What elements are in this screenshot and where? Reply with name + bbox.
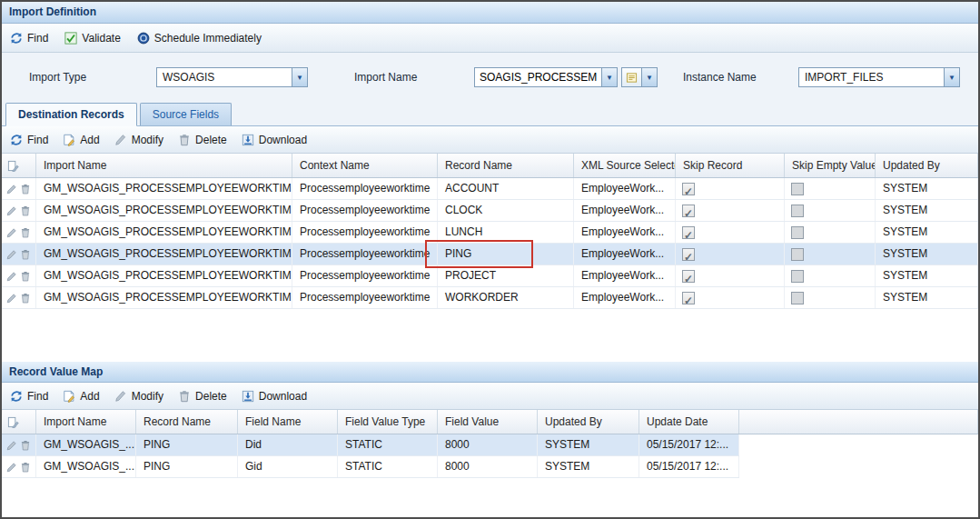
table-row[interactable]: GM_WSOAGIS_...PINGDidSTATIC8000SYSTEM05/…	[2, 434, 739, 456]
row-delete-icon[interactable]	[20, 440, 31, 451]
instance-name-dropdown-arrow-icon[interactable]: ▼	[944, 68, 959, 86]
skip-empty-value-cell	[785, 178, 876, 199]
rvm-delete-button[interactable]: Delete	[178, 390, 227, 403]
table-row[interactable]: GM_WSOAGIS_PROCESSEMPLOYEEWORKTIMEProces…	[2, 244, 978, 265]
column-header-update-date[interactable]: Update Date	[639, 410, 739, 434]
row-actions	[2, 200, 36, 221]
table-row[interactable]: GM_WSOAGIS_...PINGGidSTATIC8000SYSTEM05/…	[2, 456, 739, 478]
skip-empty-value-checkbox	[791, 270, 804, 283]
column-header-field-value-type[interactable]: Field Value Type	[338, 410, 438, 434]
import-name-cell: GM_WSOAGIS_PROCESSEMPLOYEEWORKTIME	[36, 244, 292, 264]
dest-add-button[interactable]: Add	[63, 134, 99, 146]
table-row[interactable]: GM_WSOAGIS_PROCESSEMPLOYEEWORKTIMEProces…	[2, 200, 978, 222]
helper-dropdown-arrow-icon[interactable]: ▼	[641, 68, 657, 86]
column-header-updated-by[interactable]: Updated By	[538, 410, 639, 434]
dest-download-button[interactable]: Download	[242, 134, 307, 146]
record-name-cell: PING	[136, 434, 238, 455]
delete-icon	[178, 134, 191, 146]
table-row[interactable]: GM_WSOAGIS_PROCESSEMPLOYEEWORKTIMEProces…	[2, 287, 978, 309]
dest-find-label: Find	[27, 134, 48, 146]
column-header-import-name[interactable]: Import Name	[36, 410, 136, 434]
row-edit-icon[interactable]	[6, 293, 17, 304]
column-header-skip-empty-value[interactable]: Skip Empty Value	[785, 154, 876, 177]
tab-destination-records[interactable]: Destination Records	[5, 103, 137, 126]
column-header-filler	[739, 410, 978, 434]
select-all-header[interactable]	[2, 410, 36, 434]
record-name-cell: ACCOUNT	[438, 178, 574, 199]
dest-delete-label: Delete	[195, 134, 227, 146]
xml-source-selector-cell: EmployeeWork...	[574, 222, 676, 243]
field-name-cell: Did	[238, 434, 338, 455]
download-icon	[242, 390, 254, 403]
table-row[interactable]: GM_WSOAGIS_PROCESSEMPLOYEEWORKTIMEProces…	[2, 265, 978, 287]
select-all-header[interactable]	[2, 154, 36, 177]
row-delete-icon[interactable]	[20, 249, 31, 260]
row-delete-icon[interactable]	[20, 462, 31, 473]
row-delete-icon[interactable]	[20, 227, 31, 238]
record-value-map-grid-header: Import NameRecord NameField NameField Va…	[2, 410, 978, 434]
dest-modify-button[interactable]: Modify	[114, 134, 163, 146]
schedule-immediately-button[interactable]: Schedule Immediately	[137, 32, 262, 45]
rvm-add-button[interactable]: Add	[63, 390, 99, 403]
instance-name-select[interactable]: IMPORT_FILES ▼	[798, 67, 960, 87]
import-name-helper-button[interactable]: ▼	[621, 67, 658, 87]
rvm-add-label: Add	[80, 390, 99, 403]
import-name-cell: GM_WSOAGIS_PROCESSEMPLOYEEWORKTIME	[36, 178, 292, 199]
import-type-select[interactable]: WSOAGIS ▼	[156, 67, 308, 87]
field-value-type-cell: STATIC	[338, 456, 438, 477]
column-header-field-name[interactable]: Field Name	[238, 410, 338, 434]
validate-button[interactable]: Validate	[64, 32, 120, 45]
column-header-record-name[interactable]: Record Name	[438, 154, 574, 177]
column-header-import-name[interactable]: Import Name	[36, 154, 292, 177]
row-edit-icon[interactable]	[6, 227, 17, 238]
column-header-xml-source-selector[interactable]: XML Source Selecto	[574, 154, 676, 177]
row-edit-icon[interactable]	[6, 462, 17, 473]
import-type-dropdown-arrow-icon[interactable]: ▼	[292, 68, 307, 86]
row-edit-icon[interactable]	[6, 249, 17, 260]
skip-record-cell	[676, 287, 785, 308]
column-header-skip-record[interactable]: Skip Record	[676, 154, 785, 177]
destination-records-toolbar: Find Add Modify Delete Download	[2, 126, 978, 154]
import-name-input[interactable]	[475, 68, 601, 86]
rvm-find-button[interactable]: Find	[10, 390, 48, 403]
row-delete-icon[interactable]	[20, 184, 31, 195]
xml-source-selector-cell: EmployeeWork...	[574, 200, 676, 221]
dest-find-button[interactable]: Find	[10, 134, 48, 146]
column-header-record-name[interactable]: Record Name	[136, 410, 238, 434]
column-header-field-value[interactable]: Field Value	[438, 410, 538, 434]
context-name-cell: Processemployeeworktime	[292, 200, 438, 221]
row-edit-icon[interactable]	[6, 205, 17, 216]
note-icon	[622, 68, 641, 86]
import-name-combo[interactable]: ▼	[474, 67, 618, 87]
tab-source-fields[interactable]: Source Fields	[140, 103, 232, 125]
find-button[interactable]: Find	[10, 32, 48, 45]
column-header-updated-by[interactable]: Updated By	[876, 154, 978, 177]
skip-empty-value-checkbox	[791, 248, 804, 261]
find-icon	[10, 32, 23, 45]
skip-empty-value-cell	[785, 244, 876, 264]
row-delete-icon[interactable]	[20, 293, 31, 304]
rvm-modify-button[interactable]: Modify	[114, 390, 163, 403]
skip-empty-value-cell	[785, 222, 876, 243]
dest-delete-button[interactable]: Delete	[178, 134, 227, 146]
row-edit-icon[interactable]	[6, 184, 17, 195]
row-delete-icon[interactable]	[20, 271, 31, 282]
column-header-context-name[interactable]: Context Name	[292, 154, 438, 177]
updated-by-cell: SYSTEM	[876, 200, 978, 221]
table-row[interactable]: GM_WSOAGIS_PROCESSEMPLOYEEWORKTIMEProces…	[2, 222, 978, 244]
record-name-cell: PING	[438, 244, 574, 264]
row-actions	[2, 456, 36, 477]
row-delete-icon[interactable]	[20, 205, 31, 216]
import-name-cell: GM_WSOAGIS_PROCESSEMPLOYEEWORKTIME	[36, 222, 292, 243]
validate-icon	[64, 32, 77, 45]
import-name-cell: GM_WSOAGIS_PROCESSEMPLOYEEWORKTIME	[36, 200, 292, 221]
row-edit-icon[interactable]	[6, 440, 17, 451]
dest-download-label: Download	[259, 134, 307, 146]
import-definition-title-bar: Import Definition	[2, 2, 978, 24]
import-name-label: Import Name	[354, 71, 417, 84]
row-edit-icon[interactable]	[6, 271, 17, 282]
table-row[interactable]: GM_WSOAGIS_PROCESSEMPLOYEEWORKTIMEProces…	[2, 178, 978, 200]
rvm-download-button[interactable]: Download	[242, 390, 307, 403]
import-name-dropdown-arrow-icon[interactable]: ▼	[601, 68, 617, 86]
download-icon	[242, 134, 254, 146]
